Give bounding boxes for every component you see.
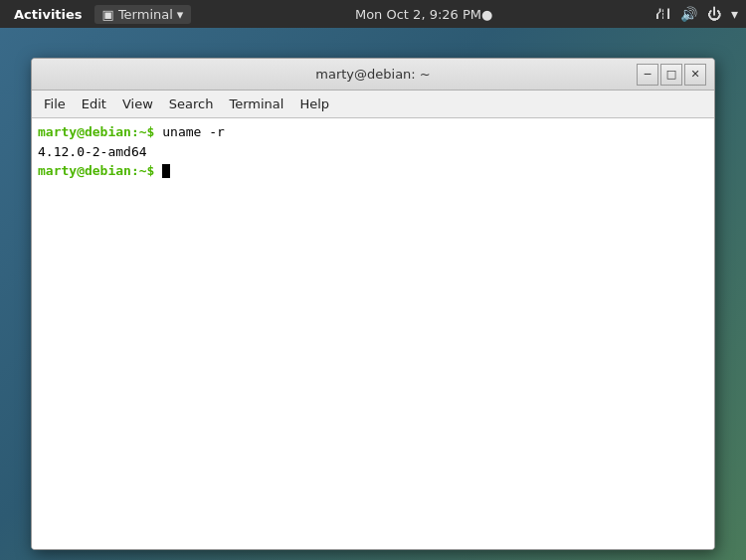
topbar-terminal-label: Terminal (118, 7, 173, 22)
terminal-line-3: marty@debian:~$ (38, 161, 708, 181)
titlebar: marty@debian: ~ ─ □ ✕ (32, 59, 714, 91)
desktop: marty@debian: ~ ─ □ ✕ File Edit View Sea… (0, 28, 746, 560)
command-1: uname -r (154, 122, 224, 142)
topbar-right: ⛙ 🔊 ⏻ ▾ (656, 6, 738, 22)
menu-file[interactable]: File (36, 93, 74, 114)
menu-view[interactable]: View (114, 93, 161, 114)
titlebar-buttons: ─ □ ✕ (637, 64, 706, 86)
topbar-datetime: Mon Oct 2, 9:26 PM● (355, 7, 492, 22)
output-1: 4.12.0-2-amd64 (38, 142, 147, 162)
terminal-icon: ▣ (102, 7, 114, 22)
terminal-window: marty@debian: ~ ─ □ ✕ File Edit View Sea… (31, 58, 715, 550)
terminal-line-2: 4.12.0-2-amd64 (38, 142, 708, 162)
terminal-line-1: marty@debian:~$ uname -r (38, 122, 708, 142)
menu-edit[interactable]: Edit (74, 93, 114, 114)
prompt-2: marty@debian:~$ (38, 161, 154, 181)
close-button[interactable]: ✕ (684, 64, 706, 86)
datetime-text: Mon Oct 2, 9:26 PM (355, 7, 481, 22)
topbar-dropdown-arrow: ▾ (177, 7, 184, 22)
minimize-button[interactable]: ─ (637, 64, 658, 86)
datetime-dot: ● (481, 7, 492, 22)
prompt-1: marty@debian:~$ (38, 122, 154, 142)
power-icon[interactable]: ⏻ (707, 6, 721, 22)
power-dropdown-icon[interactable]: ▾ (731, 6, 738, 22)
volume-icon[interactable]: 🔊 (680, 6, 697, 22)
topbar: Activities ▣ Terminal ▾ Mon Oct 2, 9:26 … (0, 0, 746, 28)
cursor-area (154, 161, 170, 181)
titlebar-title: marty@debian: ~ (109, 67, 637, 82)
menu-help[interactable]: Help (291, 93, 337, 114)
activities-button[interactable]: Activities (8, 5, 89, 24)
topbar-left: Activities ▣ Terminal ▾ (8, 5, 191, 24)
menu-search[interactable]: Search (161, 93, 222, 114)
network-icon[interactable]: ⛙ (656, 6, 670, 22)
topbar-terminal-button[interactable]: ▣ Terminal ▾ (94, 5, 192, 24)
menu-terminal[interactable]: Terminal (221, 93, 291, 114)
terminal-content[interactable]: marty@debian:~$ uname -r 4.12.0-2-amd64 … (32, 118, 714, 549)
maximize-button[interactable]: □ (660, 64, 682, 86)
terminal-cursor (162, 164, 170, 178)
menubar: File Edit View Search Terminal Help (32, 91, 714, 118)
